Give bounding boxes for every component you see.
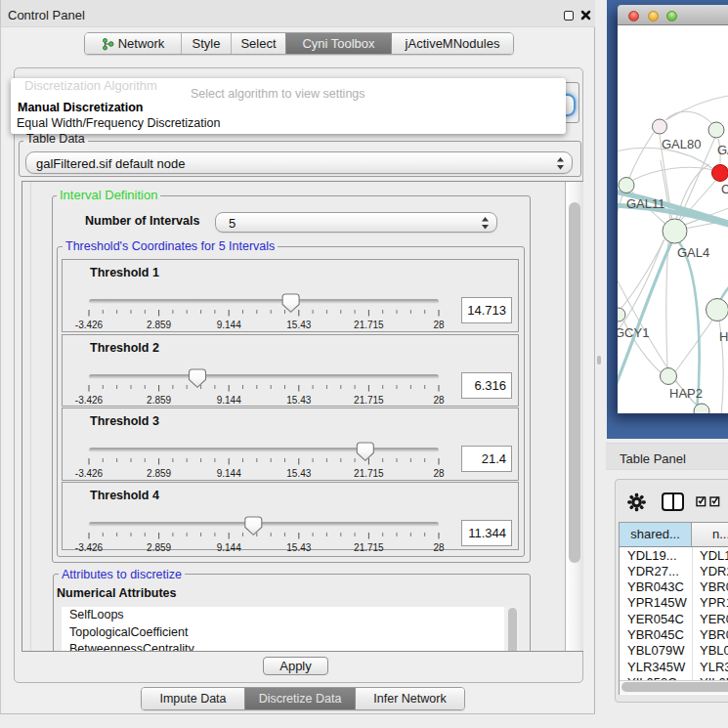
svg-text:HAP2: HAP2 bbox=[669, 386, 703, 401]
svg-text:28: 28 bbox=[433, 320, 445, 330]
svg-text:15.43: 15.43 bbox=[286, 320, 311, 330]
svg-text:-3.426: -3.426 bbox=[75, 320, 104, 330]
svg-text:H: H bbox=[719, 329, 728, 344]
svg-text:C: C bbox=[721, 182, 728, 196]
svg-text:GAL80: GAL80 bbox=[662, 137, 701, 151]
svg-text:GAL4: GAL4 bbox=[677, 245, 709, 260]
svg-text:9.144: 9.144 bbox=[217, 320, 241, 330]
svg-text:GA: GA bbox=[717, 143, 728, 157]
svg-text:2.859: 2.859 bbox=[147, 320, 171, 330]
svg-text:GAL11: GAL11 bbox=[626, 196, 665, 211]
svg-text:GCY1: GCY1 bbox=[618, 325, 649, 340]
svg-text:21.715: 21.715 bbox=[354, 320, 384, 330]
